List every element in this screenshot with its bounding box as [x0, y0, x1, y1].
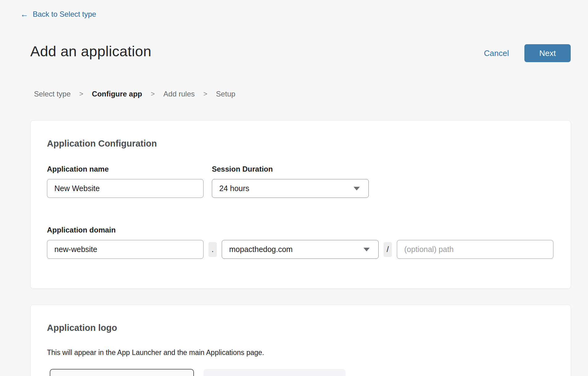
domain-select[interactable]: mopacthedog.com [222, 240, 379, 259]
domain-select-value: mopacthedog.com [229, 245, 293, 254]
breadcrumb-step-configure-app[interactable]: Configure app [92, 90, 142, 98]
logo-option-selected[interactable] [50, 369, 194, 376]
application-configuration-card: Application Configuration Application na… [30, 120, 571, 289]
breadcrumb: Select type > Configure app > Add rules … [34, 90, 235, 98]
application-logo-heading: Application logo [47, 323, 554, 333]
application-domain-label: Application domain [47, 226, 554, 234]
session-duration-label: Session Duration [212, 165, 369, 173]
chevron-down-icon [354, 187, 360, 190]
application-logo-card: Application logo This will appear in the… [30, 305, 571, 376]
chevron-down-icon [363, 248, 370, 251]
application-name-label: Application name [47, 165, 204, 173]
breadcrumb-step-add-rules[interactable]: Add rules [163, 90, 195, 98]
domain-dot-separator: . [208, 242, 217, 257]
session-duration-field: Session Duration 24 hours [212, 165, 369, 198]
domain-slash-separator: / [384, 242, 392, 257]
next-button[interactable]: Next [524, 44, 571, 62]
path-input[interactable] [397, 240, 553, 259]
application-name-input[interactable] [47, 179, 204, 198]
back-link-label: Back to Select type [33, 10, 96, 19]
breadcrumb-step-select-type[interactable]: Select type [34, 90, 71, 98]
application-name-field: Application name [47, 165, 204, 198]
session-duration-value: 24 hours [219, 184, 249, 193]
back-arrow-icon: ← [20, 10, 28, 18]
session-duration-select[interactable]: 24 hours [212, 179, 369, 198]
cancel-button[interactable]: Cancel [484, 49, 509, 58]
logo-option-upload[interactable] [204, 369, 346, 376]
back-to-select-type-link[interactable]: ← Back to Select type [20, 10, 96, 19]
logo-options [50, 369, 554, 376]
breadcrumb-separator: > [151, 90, 155, 98]
breadcrumb-separator: > [204, 90, 208, 98]
page-title: Add an application [30, 43, 151, 60]
application-logo-description: This will appear in the App Launcher and… [47, 348, 554, 357]
breadcrumb-step-setup[interactable]: Setup [216, 90, 235, 98]
application-configuration-heading: Application Configuration [47, 139, 554, 149]
application-subdomain-input[interactable] [47, 240, 204, 259]
header-actions: Cancel Next [484, 44, 571, 62]
breadcrumb-separator: > [79, 90, 83, 98]
